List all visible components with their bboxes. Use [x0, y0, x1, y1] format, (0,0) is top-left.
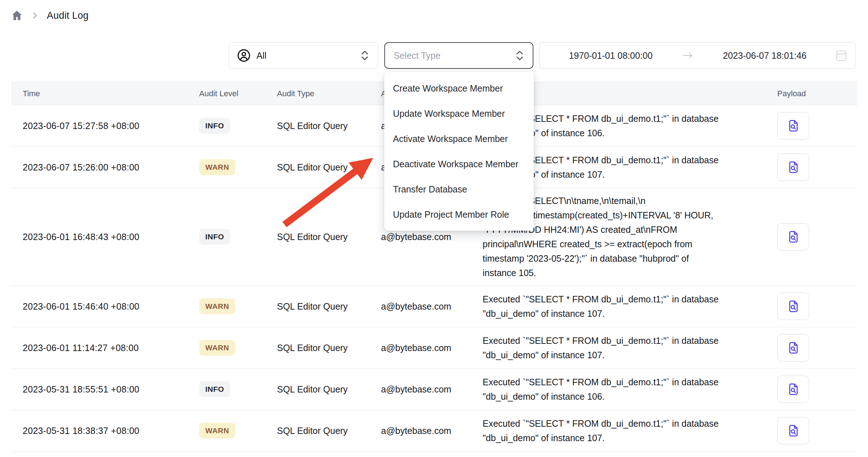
payload-doc-icon — [786, 382, 801, 396]
row-audit-level: INFO — [199, 381, 277, 397]
row-audit-level: INFO — [199, 118, 277, 134]
table-row-partial — [11, 452, 857, 457]
row-audit-type: SQL Editor Query — [277, 162, 381, 173]
view-payload-button[interactable] — [777, 154, 809, 181]
date-start-input[interactable]: 1970-01-01 08:00:00 — [540, 50, 682, 61]
chevron-updown-icon — [361, 50, 369, 61]
audit-level-badge: WARN — [199, 423, 235, 439]
audit-level-badge: WARN — [199, 159, 235, 175]
payload-doc-icon — [786, 341, 801, 355]
row-actor: a@bytebase.com — [381, 232, 483, 242]
row-payload — [774, 334, 857, 361]
page-title: Audit Log — [47, 10, 89, 21]
comment-line: Executed `"SELECT * FROM db_ui_demo.t1;"… — [483, 416, 774, 431]
filter-bar: All Select Type 1970-01-01 08:00:00 2023… — [229, 42, 855, 69]
table-row: 2023-06-01 15:46:40 +08:00 WARN SQL Edit… — [11, 286, 857, 327]
row-audit-type: SQL Editor Query — [277, 232, 381, 242]
actor-filter-select[interactable]: All — [229, 42, 378, 69]
type-filter-select[interactable]: Select Type — [384, 42, 533, 69]
table-row: 2023-05-31 18:38:37 +08:00 WARN SQL Edit… — [11, 410, 857, 452]
comment-line: "db_ui_demo" of instance 107. — [483, 348, 774, 362]
audit-log-page: Audit Log All Select Type 1970-01-01 08: — [0, 0, 868, 457]
dropdown-option[interactable]: Update Workspace Member — [384, 101, 534, 126]
row-actor: a@bytebase.com — [381, 384, 483, 395]
row-audit-level: WARN — [199, 340, 277, 356]
row-audit-level: WARN — [199, 298, 277, 314]
dropdown-option[interactable]: Create Workspace Member — [384, 76, 534, 101]
audit-level-badge: INFO — [199, 229, 230, 245]
dropdown-option-label: Create Workspace Member — [393, 83, 503, 94]
row-payload — [774, 112, 857, 139]
dropdown-option-label: Transfer Database — [393, 184, 467, 195]
type-filter-placeholder: Select Type — [394, 50, 515, 61]
row-payload — [774, 293, 857, 320]
chevron-updown-icon — [515, 50, 524, 61]
view-payload-button[interactable] — [777, 112, 809, 139]
payload-doc-icon — [786, 299, 801, 314]
date-range-picker: 1970-01-01 08:00:00 2023-06-07 18:01:46 — [540, 42, 855, 69]
row-actor: a@bytebase.com — [381, 343, 483, 353]
row-payload — [774, 154, 857, 181]
actor-filter-value: All — [256, 50, 361, 61]
view-payload-button[interactable] — [777, 376, 809, 403]
row-time: 2023-05-31 18:38:37 +08:00 — [11, 426, 199, 436]
row-time: 2023-06-01 16:48:43 +08:00 — [11, 232, 199, 242]
col-audit-type: Audit Type — [277, 89, 381, 98]
row-payload — [774, 417, 857, 444]
user-icon — [237, 49, 251, 62]
audit-level-badge: INFO — [199, 381, 230, 397]
comment-line: "db_ui_demo" of instance 106. — [483, 389, 774, 404]
dropdown-option[interactable]: Transfer Database — [384, 177, 534, 202]
dropdown-option-label: Deactivate Workspace Member — [393, 159, 518, 169]
row-audit-type: SQL Editor Query — [277, 301, 381, 312]
col-payload: Payload — [774, 89, 857, 98]
view-payload-button[interactable] — [777, 223, 809, 250]
row-payload — [774, 223, 857, 250]
type-dropdown-menu: Create Workspace Member Update Workspace… — [384, 72, 534, 231]
row-audit-type: SQL Editor Query — [277, 343, 381, 353]
row-time: 2023-06-07 15:27:58 +08:00 — [11, 121, 199, 131]
payload-doc-icon — [786, 160, 801, 174]
row-audit-level: WARN — [199, 423, 277, 439]
row-audit-type: SQL Editor Query — [277, 384, 381, 395]
row-audit-level: WARN — [199, 159, 277, 175]
comment-line: "db_ui_demo" of instance 107. — [483, 306, 774, 321]
row-comment: Executed `"SELECT * FROM db_ui_demo.t1;"… — [483, 369, 774, 409]
col-time: Time — [11, 89, 199, 98]
view-payload-button[interactable] — [777, 293, 809, 320]
row-comment: Executed `"SELECT * FROM db_ui_demo.t1;"… — [483, 411, 774, 451]
row-comment: Executed `"SELECT * FROM db_ui_demo.t1;"… — [483, 287, 774, 326]
date-end-input[interactable]: 2023-06-07 18:01:46 — [694, 50, 836, 61]
col-audit-level: Audit Level — [199, 89, 277, 98]
audit-level-badge: WARN — [199, 298, 235, 314]
row-payload — [774, 376, 857, 403]
comment-line: Executed `"SELECT * FROM db_ui_demo.t1;"… — [483, 333, 774, 348]
comment-line: instance 105. — [483, 266, 774, 280]
home-icon[interactable] — [11, 9, 23, 22]
dropdown-option-label: Update Project Member Role — [393, 209, 509, 220]
table-row: 2023-05-31 18:55:51 +08:00 INFO SQL Edit… — [11, 369, 857, 410]
view-payload-button[interactable] — [777, 417, 809, 444]
calendar-icon[interactable] — [836, 49, 847, 62]
dropdown-option-label: Update Workspace Member — [393, 108, 505, 119]
dropdown-option[interactable]: Activate Workspace Member — [384, 126, 534, 151]
row-time: 2023-05-31 18:55:51 +08:00 — [11, 384, 199, 395]
comment-line: Executed `"SELECT * FROM db_ui_demo.t1;"… — [483, 375, 774, 389]
payload-doc-icon — [786, 119, 801, 133]
audit-level-badge: INFO — [199, 118, 230, 134]
dropdown-option-label: Activate Workspace Member — [393, 134, 508, 144]
row-time: 2023-06-07 15:26:00 +08:00 — [11, 162, 199, 173]
view-payload-button[interactable] — [777, 334, 809, 361]
payload-doc-icon — [786, 423, 801, 438]
breadcrumb: Audit Log — [11, 9, 89, 22]
row-comment: Executed `"SELECT * FROM db_ui_demo.t1;"… — [483, 328, 774, 368]
row-actor: a@bytebase.com — [381, 301, 483, 312]
comment-line: timestamp '2023-05-22');"` in database "… — [483, 251, 774, 266]
dropdown-option[interactable]: Deactivate Workspace Member — [384, 151, 534, 177]
row-time: 2023-06-01 15:46:40 +08:00 — [11, 301, 199, 312]
comment-line: "db_ui_demo" of instance 107. — [483, 431, 774, 445]
row-audit-type: SQL Editor Query — [277, 426, 381, 436]
audit-level-badge: WARN — [199, 340, 235, 356]
row-audit-type: SQL Editor Query — [277, 121, 381, 131]
dropdown-option[interactable]: Update Project Member Role — [384, 202, 534, 227]
